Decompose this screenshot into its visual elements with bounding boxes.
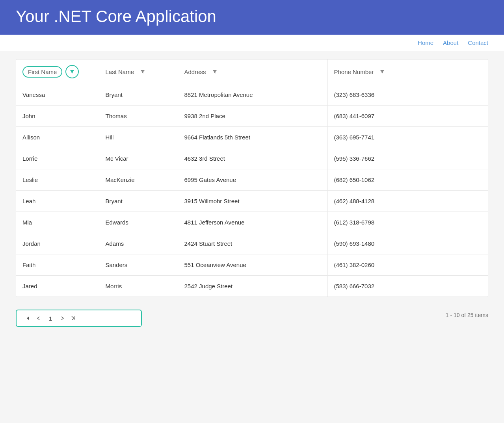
cell-lastname: Hill bbox=[99, 127, 178, 148]
cell-firstname: Lorrie bbox=[16, 148, 99, 169]
cell-lastname: Morris bbox=[99, 276, 178, 297]
cell-firstname: Vanessa bbox=[16, 84, 99, 106]
cell-lastname: Edwards bbox=[99, 212, 178, 233]
table-row: JordanAdams2424 Stuart Street(590) 693-1… bbox=[16, 233, 488, 254]
cell-address: 2542 Judge Street bbox=[178, 276, 327, 297]
col-header-address: Address bbox=[178, 59, 327, 84]
col-header-firstname: First Name bbox=[16, 59, 99, 84]
last-page-button[interactable] bbox=[69, 314, 78, 322]
col-header-phone: Phone Number bbox=[327, 59, 488, 84]
address-header-label: Address bbox=[184, 69, 206, 75]
filter-icon bbox=[69, 69, 75, 74]
table-row: JaredMorris2542 Judge Street(583) 666-70… bbox=[16, 276, 488, 297]
cell-phone: (323) 683-6336 bbox=[327, 84, 488, 106]
nav-home[interactable]: Home bbox=[418, 39, 433, 46]
cell-firstname: Leah bbox=[16, 191, 99, 212]
cell-phone: (583) 666-7032 bbox=[327, 276, 488, 297]
cell-phone: (683) 441-6097 bbox=[327, 106, 488, 127]
lastname-header-label: Last Name bbox=[106, 69, 134, 75]
address-filter-button[interactable] bbox=[209, 66, 220, 77]
cell-lastname: Sanders bbox=[99, 254, 178, 276]
firstname-filter-button[interactable] bbox=[65, 65, 79, 78]
cell-firstname: Allison bbox=[16, 127, 99, 148]
data-table: First Name Last Name bbox=[16, 59, 488, 297]
table-row: LeahBryant3915 Willmohr Street(462) 488-… bbox=[16, 191, 488, 212]
phone-filter-button[interactable] bbox=[377, 66, 388, 77]
cell-firstname: Jared bbox=[16, 276, 99, 297]
filter-icon bbox=[140, 69, 145, 74]
table-header: First Name Last Name bbox=[16, 59, 488, 84]
table-row: LeslieMacKenzie6995 Gates Avenue(682) 65… bbox=[16, 169, 488, 191]
phone-header-label: Phone Number bbox=[334, 69, 374, 75]
cell-phone: (590) 693-1480 bbox=[327, 233, 488, 254]
cell-address: 4811 Jefferson Avenue bbox=[178, 212, 327, 233]
cell-lastname: Mc Vicar bbox=[99, 148, 178, 169]
cell-lastname: Bryant bbox=[99, 84, 178, 106]
prev-page-icon bbox=[36, 316, 40, 320]
cell-address: 9664 Flatlands 5th Street bbox=[178, 127, 327, 148]
first-page-icon bbox=[25, 316, 30, 321]
table-row: FaithSanders551 Oceanview Avenue(461) 38… bbox=[16, 254, 488, 276]
main-content: First Name Last Name bbox=[0, 51, 504, 343]
data-table-container: First Name Last Name bbox=[16, 59, 488, 297]
nav-about[interactable]: About bbox=[443, 39, 458, 46]
cell-phone: (612) 318-6798 bbox=[327, 212, 488, 233]
next-page-button[interactable] bbox=[58, 315, 67, 322]
cell-firstname: Leslie bbox=[16, 169, 99, 191]
table-row: JohnThomas9938 2nd Place(683) 441-6097 bbox=[16, 106, 488, 127]
nav-bar: Home About Contact bbox=[0, 35, 504, 51]
pagination-info: 1 - 10 of 25 items bbox=[446, 312, 488, 318]
cell-lastname: Adams bbox=[99, 233, 178, 254]
cell-address: 6995 Gates Avenue bbox=[178, 169, 327, 191]
app-title: Your .NET Core Application bbox=[16, 7, 488, 26]
prev-page-button[interactable] bbox=[34, 315, 43, 322]
cell-phone: (682) 650-1062 bbox=[327, 169, 488, 191]
nav-contact[interactable]: Contact bbox=[468, 39, 488, 46]
pagination-wrapper: 1 1 - 10 of 25 items bbox=[16, 303, 488, 327]
table-row: LorrieMc Vicar4632 3rd Street(595) 336-7… bbox=[16, 148, 488, 169]
page-nav-group: 1 bbox=[23, 314, 78, 322]
cell-lastname: Thomas bbox=[99, 106, 178, 127]
cell-firstname: John bbox=[16, 106, 99, 127]
cell-firstname: Mia bbox=[16, 212, 99, 233]
col-header-lastname: Last Name bbox=[99, 59, 178, 84]
cell-address: 8821 Metropolitan Avenue bbox=[178, 84, 327, 106]
cell-address: 551 Oceanview Avenue bbox=[178, 254, 327, 276]
cell-phone: (461) 382-0260 bbox=[327, 254, 488, 276]
last-page-icon bbox=[71, 316, 76, 321]
current-page: 1 bbox=[44, 315, 57, 322]
cell-phone: (595) 336-7662 bbox=[327, 148, 488, 169]
table-row: VanessaBryant8821 Metropolitan Avenue(32… bbox=[16, 84, 488, 106]
cell-address: 9938 2nd Place bbox=[178, 106, 327, 127]
cell-address: 2424 Stuart Street bbox=[178, 233, 327, 254]
filter-icon bbox=[212, 69, 218, 74]
cell-phone: (363) 695-7741 bbox=[327, 127, 488, 148]
cell-phone: (462) 488-4128 bbox=[327, 191, 488, 212]
table-row: AllisonHill9664 Flatlands 5th Street(363… bbox=[16, 127, 488, 148]
cell-lastname: Bryant bbox=[99, 191, 178, 212]
filter-icon bbox=[379, 69, 385, 74]
cell-firstname: Jordan bbox=[16, 233, 99, 254]
first-page-button[interactable] bbox=[23, 314, 32, 322]
table-header-row: First Name Last Name bbox=[16, 59, 488, 84]
lastname-filter-button[interactable] bbox=[137, 66, 148, 77]
cell-address: 4632 3rd Street bbox=[178, 148, 327, 169]
app-header: Your .NET Core Application bbox=[0, 0, 504, 35]
table-row: MiaEdwards4811 Jefferson Avenue(612) 318… bbox=[16, 212, 488, 233]
table-body: VanessaBryant8821 Metropolitan Avenue(32… bbox=[16, 84, 488, 297]
cell-address: 3915 Willmohr Street bbox=[178, 191, 327, 212]
firstname-header-label: First Name bbox=[22, 66, 62, 78]
cell-firstname: Faith bbox=[16, 254, 99, 276]
cell-lastname: MacKenzie bbox=[99, 169, 178, 191]
next-page-icon bbox=[61, 316, 65, 320]
pagination-controls: 1 bbox=[16, 310, 142, 327]
